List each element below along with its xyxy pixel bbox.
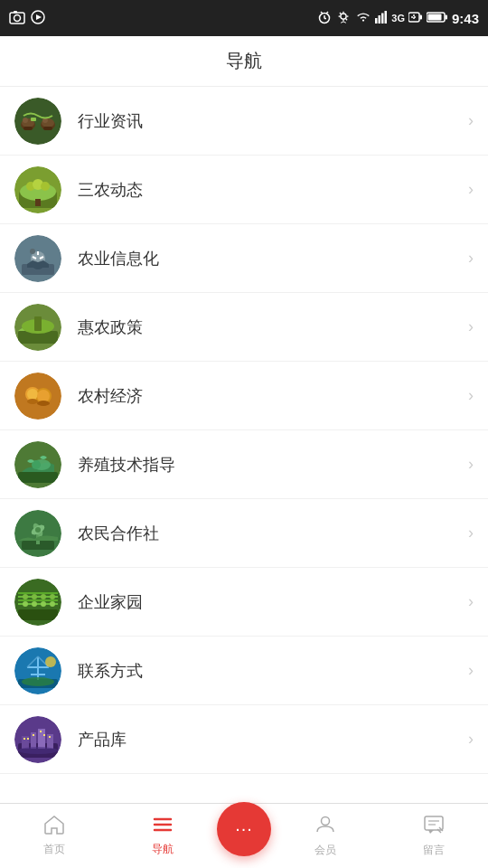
nav-item-4[interactable]: 惠农政策 › [0, 293, 488, 362]
chevron-icon-9: › [468, 661, 474, 680]
svg-point-97 [22, 677, 54, 686]
nav-item-10[interactable]: 产品库 › [0, 705, 488, 774]
chevron-icon-2: › [468, 180, 474, 199]
svg-point-60 [27, 389, 38, 400]
svg-point-83 [41, 601, 46, 607]
nav-avatar-3 [14, 235, 61, 282]
svg-point-114 [322, 817, 330, 826]
nav-item-2[interactable]: 三农动态 › [0, 156, 488, 224]
svg-rect-104 [23, 738, 25, 740]
nav-list: 行业资讯 › 三农动态 › [0, 87, 488, 803]
svg-rect-105 [27, 738, 29, 740]
nav-label-1: 行业资讯 [78, 110, 461, 132]
nav-avatar-9 [14, 647, 61, 694]
nav-label-8: 企业家园 [78, 591, 461, 613]
tab-comment-label: 留言 [423, 843, 445, 858]
svg-point-85 [23, 594, 28, 599]
svg-rect-19 [381, 13, 384, 24]
svg-rect-37 [31, 118, 36, 121]
svg-point-110 [18, 747, 58, 754]
nav-avatar-5 [14, 373, 61, 420]
svg-point-96 [45, 656, 56, 667]
nav-avatar-2 [14, 166, 61, 213]
svg-rect-27 [427, 14, 441, 20]
nav-item-3[interactable]: 农业信息化 › [0, 224, 488, 293]
battery-icon [427, 11, 448, 26]
nav-label-10: 产品库 [78, 729, 461, 750]
chevron-icon-1: › [468, 111, 474, 130]
data-icon [408, 11, 423, 26]
nav-item-6[interactable]: 养殖技术指导 › [0, 430, 488, 499]
tab-center-button[interactable]: ··· [217, 802, 271, 856]
nav-label-3: 农业信息化 [78, 248, 461, 269]
tab-member[interactable]: 会员 [271, 804, 380, 868]
status-bar: 3G 9:43 [0, 0, 488, 36]
nav-avatar-4 [14, 304, 61, 351]
svg-rect-56 [34, 316, 42, 331]
nav-label-7: 农民合作社 [78, 523, 461, 544]
svg-point-88 [50, 594, 55, 599]
nav-label-4: 惠农政策 [78, 316, 461, 338]
svg-point-74 [35, 527, 41, 533]
network-type-icon: 3G [391, 13, 405, 24]
svg-rect-26 [445, 14, 447, 19]
signal-icon [375, 11, 388, 26]
comment-icon [423, 814, 445, 839]
svg-point-87 [41, 594, 46, 599]
svg-point-84 [50, 601, 55, 607]
nav-item-1[interactable]: 行业资讯 › [0, 87, 488, 156]
nav-label-6: 养殖技术指导 [78, 454, 461, 476]
tab-member-label: 会员 [314, 843, 336, 858]
svg-point-62 [27, 399, 38, 404]
nav-avatar-7 [14, 510, 61, 557]
tab-home[interactable]: 首页 [0, 804, 108, 868]
nav-avatar-1 [14, 98, 61, 145]
svg-marker-4 [36, 14, 42, 20]
time-display: 9:43 [452, 11, 479, 26]
nav-label-2: 三农动态 [78, 179, 461, 201]
nav-icon [152, 815, 174, 838]
tab-nav[interactable]: 导航 [108, 804, 217, 868]
svg-rect-76 [18, 609, 58, 620]
svg-point-63 [37, 401, 50, 406]
tab-comment[interactable]: 留言 [380, 804, 488, 868]
nav-item-7[interactable]: 农民合作社 › [0, 499, 488, 568]
svg-point-43 [41, 182, 50, 191]
svg-rect-36 [43, 127, 52, 130]
svg-rect-2 [14, 11, 17, 14]
svg-rect-20 [385, 11, 388, 24]
nav-avatar-6 [14, 441, 61, 488]
svg-point-1 [14, 14, 21, 21]
alarm-icon [317, 10, 332, 27]
svg-point-82 [32, 601, 37, 607]
svg-rect-65 [18, 472, 58, 483]
nav-item-5[interactable]: 农村经济 › [0, 362, 488, 430]
svg-rect-106 [33, 734, 34, 736]
tab-home-label: 首页 [43, 842, 65, 857]
svg-point-52 [30, 249, 35, 254]
nav-avatar-10 [14, 716, 61, 763]
home-icon [43, 815, 65, 838]
nav-item-8[interactable]: 企业家园 › [0, 568, 488, 637]
wifi-icon [355, 11, 371, 26]
nav-avatar-8 [14, 579, 61, 626]
center-dots: ··· [235, 818, 253, 839]
chevron-icon-8: › [468, 592, 474, 611]
svg-point-28 [14, 98, 61, 145]
status-bar-right: 3G 9:43 [317, 10, 479, 27]
photo-icon [9, 10, 25, 27]
play-icon [31, 10, 45, 27]
nav-label-5: 农村经济 [78, 385, 461, 407]
svg-line-15 [340, 13, 341, 14]
svg-point-81 [23, 601, 28, 607]
svg-point-86 [32, 594, 37, 599]
weather-icon [335, 10, 352, 27]
chevron-icon-7: › [468, 524, 474, 542]
svg-line-16 [346, 18, 347, 19]
chevron-icon-6: › [468, 455, 474, 474]
svg-point-61 [37, 390, 50, 402]
tab-bar: 首页 导航 ··· 会员 [0, 803, 488, 868]
svg-rect-108 [43, 734, 45, 736]
svg-rect-44 [35, 199, 41, 206]
nav-item-9[interactable]: 联系方式 › [0, 637, 488, 705]
